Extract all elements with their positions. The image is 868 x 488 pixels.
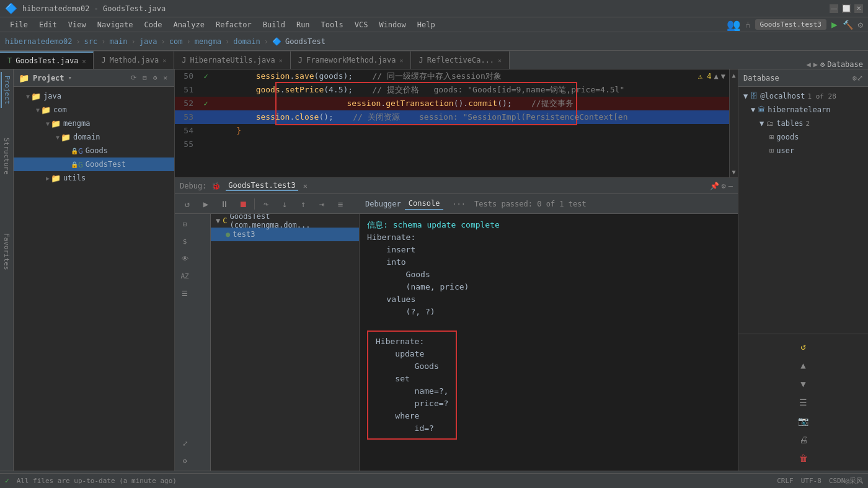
debug-resume-btn[interactable]: ▶: [198, 197, 213, 211]
close-button[interactable]: ✕: [854, 4, 863, 13]
project-dropdown[interactable]: ▾: [68, 74, 73, 82]
tree-utils[interactable]: ▶ 📁 utils: [14, 171, 174, 185]
debug-filter-btn[interactable]: ☰: [177, 286, 192, 301]
maximize-button[interactable]: ⬜: [842, 4, 851, 13]
db-settings-icon[interactable]: ⚙: [852, 74, 857, 82]
tree-domain[interactable]: ▼ 📁 domain: [14, 130, 174, 144]
tree-goods[interactable]: ▶ 🔒 G Goods: [14, 144, 174, 157]
more-options[interactable]: ···: [452, 200, 466, 208]
tree-java[interactable]: ▼ 📁 java: [14, 89, 174, 103]
tabs-scroll-right[interactable]: ▶: [813, 60, 818, 69]
db-list-btn[interactable]: ☰: [796, 395, 811, 410]
window-controls[interactable]: — ⬜ ✕: [830, 4, 863, 13]
debug-stop-btn[interactable]: ⏹: [236, 197, 250, 211]
tab-reflective[interactable]: J ReflectiveCa... ✕: [411, 51, 510, 69]
debug-pin[interactable]: 📌: [710, 182, 719, 190]
breadcrumb-com[interactable]: com: [169, 37, 183, 46]
debug-frames-btn[interactable]: ⊟: [177, 216, 192, 231]
vcs-icon[interactable]: ⑃: [745, 20, 750, 30]
debug-pause-btn[interactable]: ⏸: [217, 197, 232, 211]
console-tab[interactable]: Console: [405, 198, 444, 210]
breadcrumb-mengma[interactable]: mengma: [195, 37, 221, 46]
run-button[interactable]: ▶: [831, 19, 838, 30]
db-refresh-btn[interactable]: ↺: [796, 339, 811, 354]
tab-method-close[interactable]: ✕: [162, 57, 166, 64]
debug-tree-test3[interactable]: ● test3: [211, 228, 359, 241]
error-nav-down[interactable]: ▼: [721, 72, 725, 81]
db-print-btn[interactable]: 🖨: [796, 432, 811, 447]
db-delete-btn[interactable]: 🗑: [796, 451, 811, 466]
scroll-down-icon[interactable]: ▼: [732, 169, 735, 175]
db-localhost[interactable]: ▼ 🗄 @localhost 1 of 28: [738, 89, 868, 103]
build-icon[interactable]: 🔨: [843, 20, 853, 30]
db-scroll-down-btn[interactable]: ▼: [796, 376, 811, 391]
debug-run-cursor[interactable]: ⇥: [314, 197, 329, 211]
debug-tab-active[interactable]: GoodsTest.test3: [226, 181, 298, 191]
panel-gear-btn[interactable]: ⚙: [151, 73, 159, 82]
db-scroll-up-btn[interactable]: ▲: [796, 358, 811, 373]
debug-step-over[interactable]: ↷: [259, 197, 273, 211]
debug-expand-btn[interactable]: ⤢: [177, 436, 192, 451]
db-user-table[interactable]: ⊞ user: [738, 144, 868, 157]
panel-close-btn[interactable]: ✕: [161, 73, 169, 82]
tab-hibernateutils-close[interactable]: ✕: [279, 57, 283, 64]
panel-collapse-btn[interactable]: ⊟: [141, 73, 149, 82]
debugger-tab[interactable]: Debugger: [361, 198, 405, 210]
breadcrumb-project[interactable]: hibernatedemo02: [5, 37, 72, 46]
tab-frameworkmethod[interactable]: J FrameworkMethod.java ✕: [291, 51, 412, 69]
menu-help[interactable]: Help: [412, 19, 440, 30]
sidebar-project-label[interactable]: Project: [1, 72, 12, 108]
tab-settings[interactable]: ⚙: [820, 60, 825, 69]
minimize-button[interactable]: —: [830, 4, 838, 13]
db-expand-icon[interactable]: ⤢: [857, 74, 863, 82]
debug-step-out[interactable]: ↑: [296, 197, 311, 211]
menu-code[interactable]: Code: [140, 19, 167, 30]
error-nav-up[interactable]: ▲: [714, 72, 719, 81]
collaboration-icon[interactable]: 👥: [727, 18, 740, 31]
panel-sync-btn[interactable]: ⟳: [129, 73, 138, 82]
debug-tab-close[interactable]: ✕: [303, 182, 308, 190]
menu-refactor[interactable]: Refactor: [211, 19, 257, 30]
status-charset[interactable]: UTF-8: [801, 477, 822, 485]
menu-vcs[interactable]: VCS: [350, 19, 373, 30]
tabs-scroll-left[interactable]: ◀: [807, 60, 811, 69]
db-goods-table[interactable]: ⊞ goods: [738, 130, 868, 144]
menu-file[interactable]: File: [5, 19, 33, 30]
menu-tools[interactable]: Tools: [316, 19, 348, 30]
run-config[interactable]: GoodsTest.test3: [755, 19, 826, 30]
menu-navigate[interactable]: Navigate: [92, 19, 138, 30]
breadcrumb-src[interactable]: src: [84, 37, 98, 46]
menu-view[interactable]: View: [63, 19, 91, 30]
debug-settings2-btn[interactable]: ⚙: [177, 453, 192, 468]
breadcrumb-main[interactable]: main: [110, 37, 128, 46]
db-tables[interactable]: ▼ 🗂 tables 2: [738, 117, 868, 130]
sidebar-favorites-label[interactable]: Favorites: [1, 229, 12, 274]
status-encoding[interactable]: CRLF: [777, 477, 794, 485]
debug-rerun-btn[interactable]: ↺: [180, 197, 195, 211]
tree-mengma[interactable]: ▼ 📁 mengma: [14, 117, 174, 130]
menu-build[interactable]: Build: [258, 19, 290, 30]
tab-hibernateutils[interactable]: J HibernateUtils.java ✕: [174, 51, 291, 69]
db-hibernatelearn[interactable]: ▼ 🏛 hibernatelearn: [738, 103, 868, 117]
debug-evaluate[interactable]: ≡: [333, 197, 348, 211]
editor-scrollbar[interactable]: ▲ ▼: [729, 69, 738, 178]
tab-goodstest[interactable]: T GoodsTest.java ✕: [0, 51, 94, 69]
tab-goodstest-close[interactable]: ✕: [82, 58, 86, 64]
breadcrumb-current[interactable]: GoodsTest: [285, 37, 326, 46]
debug-minimize[interactable]: —: [728, 182, 733, 190]
breadcrumb-domain[interactable]: domain: [233, 37, 260, 46]
debug-settings[interactable]: ⚙: [722, 182, 726, 190]
tree-goodstest[interactable]: ▶ 🔒 G GoodsTest: [14, 157, 174, 171]
debug-vars-btn[interactable]: $: [177, 234, 192, 249]
settings-icon[interactable]: ⚙: [858, 20, 863, 30]
debug-watches-btn[interactable]: 👁: [177, 251, 192, 266]
menu-edit[interactable]: Edit: [34, 19, 62, 30]
tab-frameworkmethod-close[interactable]: ✕: [399, 57, 403, 64]
debug-sort-btn[interactable]: AZ: [177, 268, 192, 283]
db-camera-btn[interactable]: 📷: [796, 414, 811, 428]
sidebar-structure-label[interactable]: Structure: [1, 134, 12, 179]
scroll-up-icon[interactable]: ▲: [732, 72, 735, 79]
menu-analyze[interactable]: Analyze: [168, 19, 210, 30]
menu-run[interactable]: Run: [291, 19, 315, 30]
debug-tree-goodstest[interactable]: ▼ C GoodsTest (com.mengma.dom...: [211, 214, 359, 228]
